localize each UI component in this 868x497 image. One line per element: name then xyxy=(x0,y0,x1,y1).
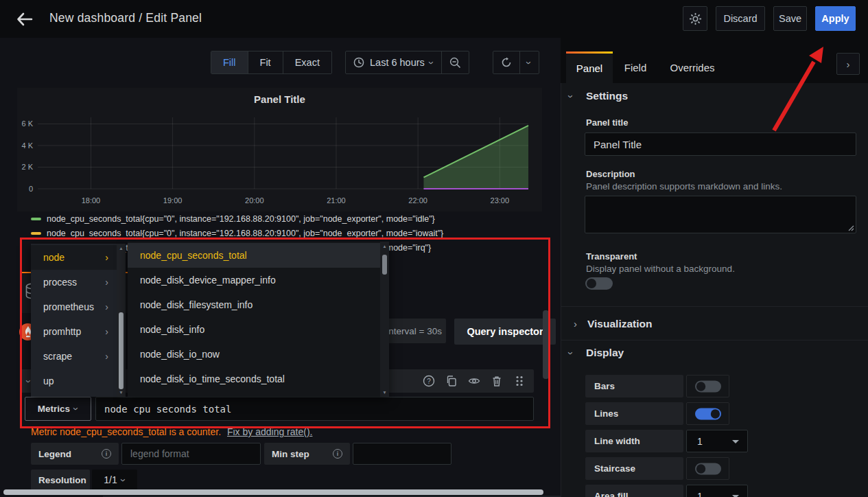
metric-list-menu: node_cpu_seconds_total node_disk_device_… xyxy=(128,242,389,397)
graph-panel[interactable]: Panel Title 02 K4 K6 K18:0019:0020:0021:… xyxy=(17,88,542,211)
svg-text:22:00: 22:00 xyxy=(408,196,427,205)
legend-label: node_cpu_seconds_total{cpu="0", instance… xyxy=(47,229,443,238)
area-fill-select[interactable]: 1 xyxy=(686,485,748,497)
interval-label: interval = 30s xyxy=(386,326,442,336)
scroll-up-icon[interactable]: ▲ xyxy=(117,246,126,251)
metric-category-menu: node› process› prometheus› promhttp› scr… xyxy=(31,244,126,397)
description-hint: Panel description supports markdown and … xyxy=(586,181,782,192)
category-item-process[interactable]: process› xyxy=(31,270,117,294)
scroll-down-icon[interactable]: ▼ xyxy=(117,390,126,395)
chevron-down-icon: › xyxy=(119,478,129,482)
apply-button[interactable]: Apply xyxy=(815,6,856,31)
info-icon[interactable]: i xyxy=(102,449,111,459)
query-options-summary[interactable]: interval = 30s xyxy=(386,319,446,343)
category-item-prometheus[interactable]: prometheus› xyxy=(31,294,117,319)
metric-item[interactable]: node_disk_filesystem_info xyxy=(128,292,380,317)
area-fill-value: 1 xyxy=(697,491,703,497)
svg-text:23:00: 23:00 xyxy=(491,196,510,205)
chevron-down-icon: › xyxy=(71,407,82,411)
dashboard-settings-button[interactable] xyxy=(683,6,707,31)
legend-format-input[interactable] xyxy=(121,443,261,465)
description-textarea[interactable] xyxy=(585,196,856,233)
resize-handle-icon[interactable] xyxy=(848,225,854,231)
display-collapse-icon[interactable]: › xyxy=(566,351,576,355)
metric-item[interactable]: node_disk_io_now xyxy=(128,342,380,367)
time-range-button[interactable]: Last 6 hours › xyxy=(346,51,442,73)
resolution-value: 1/1 xyxy=(104,474,117,485)
svg-text:19:00: 19:00 xyxy=(163,196,183,205)
panel-title: Panel Title xyxy=(17,93,542,105)
delete-query-icon[interactable] xyxy=(491,375,503,387)
visualization-section-title[interactable]: Visualization xyxy=(587,318,652,330)
gear-icon xyxy=(689,12,702,25)
metric-menu-scrollbar[interactable]: ▲ ▼ xyxy=(380,242,389,397)
visualization-expand-icon[interactable]: › xyxy=(574,319,577,329)
fix-rate-link[interactable]: Fix by adding rate(). xyxy=(227,426,313,437)
info-icon[interactable]: i xyxy=(333,449,342,459)
staircase-toggle[interactable] xyxy=(695,463,721,474)
back-arrow-icon[interactable] xyxy=(15,10,34,29)
min-step-label: Min step xyxy=(272,449,309,459)
drag-handle-icon[interactable] xyxy=(513,375,526,387)
transparent-toggle[interactable] xyxy=(585,277,613,290)
svg-text:20:00: 20:00 xyxy=(245,196,264,205)
category-item-node[interactable]: node› xyxy=(31,245,117,270)
tab-overrides[interactable]: Overrides xyxy=(658,51,727,83)
collapse-sidebar-button[interactable]: › xyxy=(836,53,860,75)
legend-item[interactable]: node_cpu_seconds_total{cpu="0", instance… xyxy=(31,213,435,225)
svg-text:?: ? xyxy=(427,378,431,385)
min-step-input[interactable] xyxy=(353,443,451,465)
metric-item-selected[interactable]: node_cpu_seconds_total xyxy=(128,243,380,268)
fit-button[interactable]: Fit xyxy=(248,51,283,73)
fill-button[interactable]: Fill xyxy=(211,51,248,73)
query-inspector-button[interactable]: Query inspector xyxy=(454,319,556,345)
metrics-button-label: Metrics xyxy=(38,404,70,414)
min-step-labelbox: Min step i xyxy=(264,443,350,465)
exact-button[interactable]: Exact xyxy=(283,51,331,73)
zoom-out-button[interactable] xyxy=(442,51,469,73)
discard-button[interactable]: Discard xyxy=(716,6,765,31)
horizontal-scrollbar[interactable] xyxy=(3,489,543,495)
tab-field[interactable]: Field xyxy=(613,51,658,83)
query-pane-scrollbar[interactable] xyxy=(543,310,549,379)
query-expression-input[interactable] xyxy=(95,397,534,421)
bars-toggle-box xyxy=(686,375,729,397)
transparent-label: Transparent xyxy=(586,251,637,262)
refresh-interval-dropdown[interactable]: › xyxy=(520,51,539,73)
duplicate-query-icon[interactable] xyxy=(445,375,458,387)
time-picker-group: Last 6 hours › xyxy=(345,51,469,74)
top-bar: New dashboard / Edit Panel Discard Save … xyxy=(0,0,868,38)
page-title: New dashboard / Edit Panel xyxy=(49,11,202,25)
metrics-dropdown-button[interactable]: Metrics › xyxy=(25,397,91,421)
bars-toggle[interactable] xyxy=(695,380,721,392)
display-section-title: Display xyxy=(586,347,624,359)
panel-title-label: Panel title xyxy=(586,117,628,128)
scroll-down-icon[interactable]: ▼ xyxy=(380,390,389,395)
save-button[interactable]: Save xyxy=(773,6,807,31)
svg-text:2 K: 2 K xyxy=(21,163,33,171)
line-width-value: 1 xyxy=(697,436,703,447)
chevron-right-icon: › xyxy=(847,59,850,69)
line-width-select[interactable]: 1 xyxy=(686,430,748,452)
svg-text:4 K: 4 K xyxy=(21,141,33,150)
lines-label: Lines xyxy=(585,402,683,425)
metric-item[interactable]: node_disk_info xyxy=(128,317,380,342)
refresh-group: › xyxy=(493,51,539,74)
category-item-scrape[interactable]: scrape› xyxy=(31,344,117,369)
scroll-up-icon[interactable]: ▲ xyxy=(380,244,389,248)
resolution-select[interactable]: 1/1 › xyxy=(92,470,137,490)
help-icon[interactable]: ? xyxy=(423,375,435,387)
lines-toggle[interactable] xyxy=(695,408,721,419)
settings-collapse-icon[interactable]: › xyxy=(566,95,576,98)
refresh-button[interactable] xyxy=(493,51,520,73)
category-menu-scrollbar[interactable]: ▲ ▼ xyxy=(117,244,126,397)
category-item-promhttp[interactable]: promhttp› xyxy=(31,319,117,344)
tab-panel[interactable]: Panel xyxy=(566,51,613,83)
legend-item[interactable]: node_cpu_seconds_total{cpu="0", instance… xyxy=(31,227,443,240)
metric-item[interactable]: node_disk_io_time_seconds_total xyxy=(128,367,380,391)
panel-title-input[interactable] xyxy=(585,132,856,156)
toggle-visibility-icon[interactable] xyxy=(468,375,480,387)
series-color-swatch xyxy=(31,232,41,235)
category-item-up[interactable]: up xyxy=(31,369,117,393)
metric-item[interactable]: node_disk_device_mapper_info xyxy=(128,268,380,292)
